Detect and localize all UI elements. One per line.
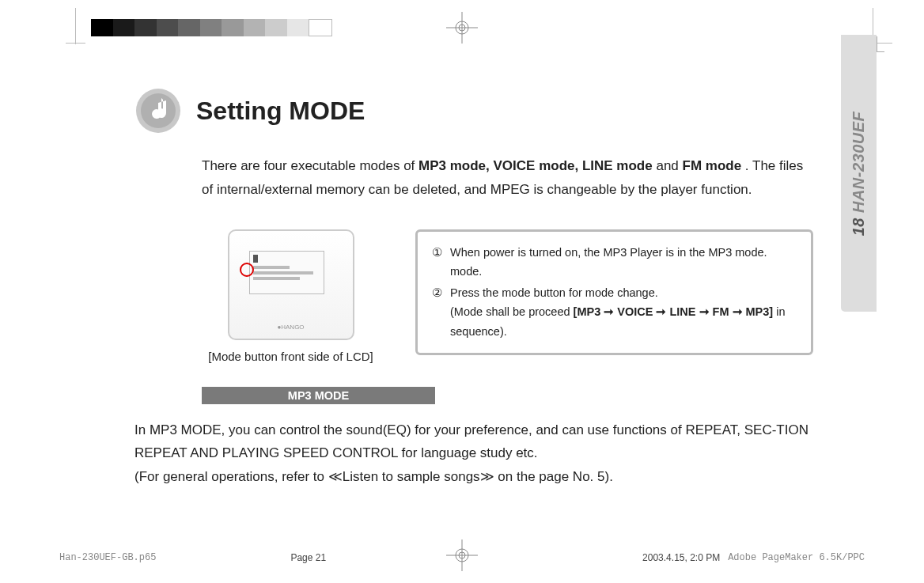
- footer-date: 2003.4.15, 2:0 PM: [642, 552, 720, 563]
- step-text: Press the mode button for mode change. (…: [450, 283, 797, 342]
- footer-metadata: Han-230UEF-GB.p65 Page 21 2003.4.15, 2:0…: [59, 552, 865, 563]
- side-tab: 18 HAN-230UEF: [841, 35, 877, 312]
- step-number: ①: [432, 243, 449, 282]
- body-text: In MP3 MODE, you can control the sound(E…: [134, 418, 813, 489]
- side-model-label: HAN-230UEF: [850, 111, 867, 217]
- page-title: Setting MODE: [196, 97, 365, 126]
- footer-page: Page 21: [290, 552, 326, 563]
- music-note-icon: [134, 87, 182, 134]
- device-illustration: ●HANGO: [228, 229, 354, 340]
- side-page-number: 18: [850, 218, 867, 236]
- intro-text: There are four executable modes of MP3 m…: [202, 154, 813, 202]
- footer-app: Adobe PageMaker 6.5K/PPC: [728, 552, 865, 563]
- device-caption: [Mode button front side of LCD]: [202, 350, 380, 363]
- page-content: Setting MODE There are four executable m…: [134, 87, 813, 512]
- mode-button-highlight-icon: [240, 263, 254, 277]
- crop-mark: [75, 8, 76, 44]
- footer-filename: Han-230UEF-GB.p65: [59, 552, 156, 563]
- crop-mark: [66, 43, 85, 44]
- section-header: MP3 MODE: [202, 387, 435, 404]
- step-text: When power is turned on, the MP3 Player …: [450, 243, 797, 282]
- registration-mark-icon: [446, 12, 478, 44]
- color-colorbar: [581, 19, 843, 36]
- step-number: ②: [432, 283, 449, 342]
- grayscale-colorbar: [91, 19, 332, 36]
- instruction-box: ① When power is turned on, the MP3 Playe…: [415, 229, 813, 355]
